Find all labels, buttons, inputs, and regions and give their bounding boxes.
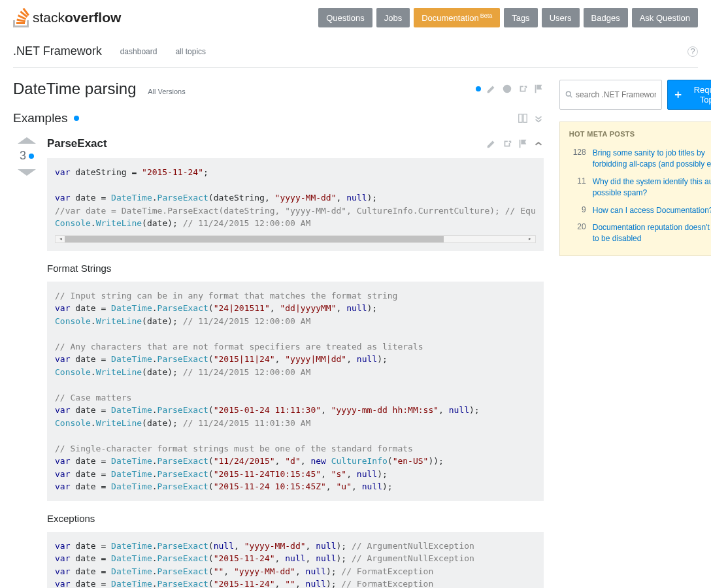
example-actions	[486, 139, 544, 149]
flag-icon[interactable]	[533, 84, 544, 94]
svg-rect-1	[523, 114, 527, 122]
nav-jobs[interactable]: Jobs	[376, 8, 410, 27]
nav-tags[interactable]: Tags	[504, 8, 537, 27]
examples-heading: Examples	[13, 111, 67, 125]
hot-meta-link[interactable]: How can I access Documentation?	[593, 205, 711, 216]
hot-meta-count: 9	[569, 205, 586, 216]
format-strings-heading: Format Strings	[47, 263, 544, 274]
hot-meta-item: 9How can I access Documentation?	[560, 202, 711, 220]
search-input[interactable]	[576, 90, 656, 99]
history-icon[interactable]	[502, 84, 512, 94]
all-topics-link[interactable]: all topics	[175, 47, 206, 56]
pending-dot-icon	[476, 86, 481, 91]
horizontal-scrollbar[interactable]: ◂▸	[55, 235, 536, 243]
search-icon	[565, 90, 573, 99]
hot-meta-item: 11Why did the system identify this audit…	[560, 173, 711, 202]
tag-title[interactable]: .NET Framework	[13, 44, 102, 58]
code-block-format-strings: // Input string can be in any format tha…	[47, 282, 544, 501]
help-icon[interactable]: ?	[687, 46, 698, 57]
nav-badges[interactable]: Badges	[584, 8, 628, 27]
layout-icon[interactable]	[518, 113, 528, 123]
flag-icon[interactable]	[518, 139, 528, 149]
request-topic-button[interactable]: Request Topic	[667, 80, 711, 110]
stackoverflow-icon	[13, 8, 30, 27]
hot-meta-title: HOT META POSTS	[560, 130, 711, 144]
svg-rect-0	[518, 114, 521, 122]
pending-dot-icon	[29, 154, 34, 159]
nav-questions[interactable]: Questions	[318, 8, 372, 27]
collapse-icon[interactable]	[533, 139, 544, 149]
site-header: stackoverflow QuestionsJobsDocumentation…	[13, 0, 698, 33]
versions-label[interactable]: All Versions	[148, 88, 185, 95]
nav-ask-question[interactable]: Ask Question	[632, 8, 698, 27]
main-content: DateTime parsing All Versions Examples	[13, 80, 544, 588]
topic-actions	[476, 84, 544, 94]
nav-documentation[interactable]: DocumentationBeta	[414, 8, 500, 27]
search-box[interactable]	[559, 80, 662, 110]
link-icon[interactable]	[518, 84, 528, 94]
hot-meta-count: 128	[569, 148, 586, 170]
hot-meta-count: 11	[569, 176, 586, 199]
code-block-exceptions: var date = DateTime.ParseExact(null, "yy…	[47, 532, 544, 588]
nav-users[interactable]: Users	[542, 8, 580, 27]
link-icon[interactable]	[502, 139, 512, 149]
svg-point-2	[566, 92, 570, 97]
example-title: ParseExact	[47, 137, 107, 150]
hot-meta-link[interactable]: Documentation reputation doesn't seem to…	[593, 222, 711, 244]
logo[interactable]: stackoverflow	[13, 8, 121, 27]
hot-meta-link[interactable]: Why did the system identify this audit a…	[593, 176, 711, 199]
downvote-button[interactable]	[18, 169, 36, 176]
top-nav: QuestionsJobsDocumentationBetaTagsUsersB…	[318, 8, 698, 27]
vote-score: 3	[20, 149, 26, 163]
topic-title: DateTime parsing	[13, 80, 137, 97]
dashboard-link[interactable]: dashboard	[120, 47, 157, 56]
plus-icon	[674, 91, 682, 99]
upvote-button[interactable]	[18, 137, 36, 144]
hot-meta-posts-box: HOT META POSTS 128Bring some sanity to j…	[559, 122, 711, 256]
edit-icon[interactable]	[486, 139, 497, 149]
code-block-basic: var dateString = "2015-11-24"; var date …	[47, 158, 544, 251]
edit-icon[interactable]	[486, 84, 497, 94]
hot-meta-item: 20Documentation reputation doesn't seem …	[560, 219, 711, 248]
sidebar: Request Topic HOT META POSTS 128Bring so…	[559, 80, 711, 588]
collapse-all-icon[interactable]	[533, 113, 544, 123]
vote-column: 3	[13, 137, 41, 588]
hot-meta-link[interactable]: Bring some sanity to job titles by forbi…	[593, 148, 711, 170]
exceptions-heading: Exceptions	[47, 513, 544, 524]
hot-meta-item: 128Bring some sanity to job titles by fo…	[560, 144, 711, 173]
doc-subheader: .NET Framework dashboard all topics ?	[13, 33, 698, 68]
hot-meta-count: 20	[569, 222, 586, 244]
pending-dot-icon	[74, 116, 79, 121]
logo-text: stackoverflow	[33, 10, 121, 25]
